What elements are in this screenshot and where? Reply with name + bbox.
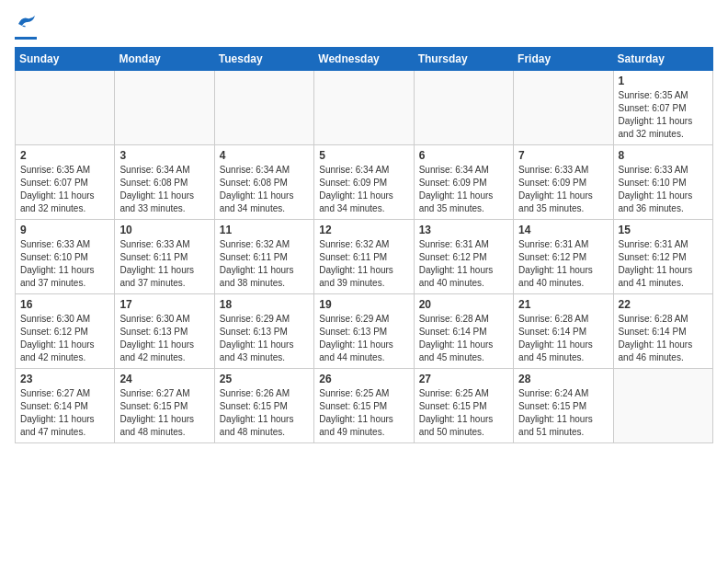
calendar-week-row: 1Sunrise: 6:35 AM Sunset: 6:07 PM Daylig… [16, 71, 713, 145]
calendar-day-cell: 28Sunrise: 6:24 AM Sunset: 6:15 PM Dayli… [514, 369, 613, 443]
weekday-header: Saturday [613, 48, 712, 71]
weekday-header: Tuesday [214, 48, 313, 71]
day-info: Sunrise: 6:35 AM Sunset: 6:07 PM Dayligh… [619, 89, 708, 141]
day-number: 10 [119, 224, 209, 236]
day-number: 14 [518, 224, 608, 236]
calendar-day-cell: 4Sunrise: 6:34 AM Sunset: 6:08 PM Daylig… [214, 145, 313, 220]
day-number: 16 [20, 298, 109, 311]
logo [15, 15, 37, 40]
day-number: 20 [419, 298, 508, 311]
day-number: 17 [119, 298, 209, 311]
day-number: 24 [119, 373, 209, 385]
logo-underline [15, 37, 37, 40]
calendar-header-row: SundayMondayTuesdayWednesdayThursdayFrid… [16, 48, 713, 71]
calendar-day-cell: 11Sunrise: 6:32 AM Sunset: 6:11 PM Dayli… [214, 220, 313, 294]
calendar-day-cell: 20Sunrise: 6:28 AM Sunset: 6:14 PM Dayli… [414, 294, 513, 369]
day-number: 26 [319, 373, 408, 385]
day-number: 11 [220, 224, 309, 236]
bird-icon [17, 15, 37, 31]
day-info: Sunrise: 6:34 AM Sunset: 6:08 PM Dayligh… [220, 164, 309, 215]
day-number: 7 [518, 149, 608, 162]
day-info: Sunrise: 6:31 AM Sunset: 6:12 PM Dayligh… [619, 238, 708, 290]
day-info: Sunrise: 6:31 AM Sunset: 6:12 PM Dayligh… [518, 238, 608, 290]
calendar-day-cell [613, 369, 712, 443]
day-number: 9 [20, 224, 109, 236]
day-info: Sunrise: 6:27 AM Sunset: 6:15 PM Dayligh… [119, 387, 209, 439]
day-number: 22 [619, 298, 708, 311]
calendar-day-cell: 15Sunrise: 6:31 AM Sunset: 6:12 PM Dayli… [613, 220, 712, 294]
day-number: 21 [518, 298, 608, 311]
calendar-day-cell: 27Sunrise: 6:25 AM Sunset: 6:15 PM Dayli… [414, 369, 513, 443]
calendar-day-cell: 7Sunrise: 6:33 AM Sunset: 6:09 PM Daylig… [514, 145, 613, 220]
day-info: Sunrise: 6:34 AM Sunset: 6:08 PM Dayligh… [119, 164, 209, 215]
calendar-day-cell: 21Sunrise: 6:28 AM Sunset: 6:14 PM Dayli… [514, 294, 613, 369]
calendar-day-cell: 10Sunrise: 6:33 AM Sunset: 6:11 PM Dayli… [115, 220, 214, 294]
day-info: Sunrise: 6:30 AM Sunset: 6:13 PM Dayligh… [119, 313, 209, 364]
day-info: Sunrise: 6:32 AM Sunset: 6:11 PM Dayligh… [220, 238, 309, 290]
weekday-header: Friday [514, 48, 613, 71]
calendar-day-cell: 24Sunrise: 6:27 AM Sunset: 6:15 PM Dayli… [115, 369, 214, 443]
day-number: 15 [619, 224, 708, 236]
calendar-day-cell [314, 71, 414, 145]
day-info: Sunrise: 6:33 AM Sunset: 6:09 PM Dayligh… [518, 164, 608, 215]
day-info: Sunrise: 6:25 AM Sunset: 6:15 PM Dayligh… [419, 387, 508, 439]
day-info: Sunrise: 6:28 AM Sunset: 6:14 PM Dayligh… [419, 313, 508, 364]
calendar-day-cell: 8Sunrise: 6:33 AM Sunset: 6:10 PM Daylig… [613, 145, 712, 220]
calendar-day-cell: 17Sunrise: 6:30 AM Sunset: 6:13 PM Dayli… [115, 294, 214, 369]
calendar-day-cell: 5Sunrise: 6:34 AM Sunset: 6:09 PM Daylig… [314, 145, 414, 220]
day-info: Sunrise: 6:33 AM Sunset: 6:10 PM Dayligh… [619, 164, 708, 215]
calendar-day-cell [414, 71, 513, 145]
page-header [15, 15, 713, 40]
weekday-header: Wednesday [314, 48, 414, 71]
day-info: Sunrise: 6:29 AM Sunset: 6:13 PM Dayligh… [220, 313, 309, 364]
calendar-day-cell: 13Sunrise: 6:31 AM Sunset: 6:12 PM Dayli… [414, 220, 513, 294]
calendar-day-cell: 2Sunrise: 6:35 AM Sunset: 6:07 PM Daylig… [16, 145, 115, 220]
day-info: Sunrise: 6:32 AM Sunset: 6:11 PM Dayligh… [319, 238, 408, 290]
day-info: Sunrise: 6:33 AM Sunset: 6:11 PM Dayligh… [119, 238, 209, 290]
day-number: 6 [419, 149, 508, 162]
calendar-week-row: 16Sunrise: 6:30 AM Sunset: 6:12 PM Dayli… [16, 294, 713, 369]
calendar-day-cell: 18Sunrise: 6:29 AM Sunset: 6:13 PM Dayli… [214, 294, 313, 369]
day-number: 25 [220, 373, 309, 385]
day-number: 19 [319, 298, 408, 311]
calendar-week-row: 2Sunrise: 6:35 AM Sunset: 6:07 PM Daylig… [16, 145, 713, 220]
day-number: 8 [619, 149, 708, 162]
calendar-day-cell: 19Sunrise: 6:29 AM Sunset: 6:13 PM Dayli… [314, 294, 414, 369]
day-info: Sunrise: 6:34 AM Sunset: 6:09 PM Dayligh… [419, 164, 508, 215]
calendar-table: SundayMondayTuesdayWednesdayThursdayFrid… [15, 47, 713, 443]
day-info: Sunrise: 6:28 AM Sunset: 6:14 PM Dayligh… [518, 313, 608, 364]
calendar-day-cell: 16Sunrise: 6:30 AM Sunset: 6:12 PM Dayli… [16, 294, 115, 369]
day-number: 5 [319, 149, 408, 162]
day-number: 27 [419, 373, 508, 385]
calendar-day-cell [16, 71, 115, 145]
calendar-day-cell: 22Sunrise: 6:28 AM Sunset: 6:14 PM Dayli… [613, 294, 712, 369]
calendar-day-cell [514, 71, 613, 145]
day-number: 18 [220, 298, 309, 311]
calendar-day-cell: 1Sunrise: 6:35 AM Sunset: 6:07 PM Daylig… [613, 71, 712, 145]
weekday-header: Sunday [16, 48, 115, 71]
weekday-header: Thursday [414, 48, 513, 71]
day-info: Sunrise: 6:31 AM Sunset: 6:12 PM Dayligh… [419, 238, 508, 290]
day-info: Sunrise: 6:30 AM Sunset: 6:12 PM Dayligh… [20, 313, 109, 364]
calendar-day-cell: 12Sunrise: 6:32 AM Sunset: 6:11 PM Dayli… [314, 220, 414, 294]
day-number: 2 [20, 149, 109, 162]
calendar-day-cell: 9Sunrise: 6:33 AM Sunset: 6:10 PM Daylig… [16, 220, 115, 294]
day-number: 3 [119, 149, 209, 162]
day-info: Sunrise: 6:25 AM Sunset: 6:15 PM Dayligh… [319, 387, 408, 439]
day-info: Sunrise: 6:26 AM Sunset: 6:15 PM Dayligh… [220, 387, 309, 439]
calendar-day-cell [214, 71, 313, 145]
day-number: 13 [419, 224, 508, 236]
day-number: 1 [619, 75, 708, 87]
calendar-day-cell: 23Sunrise: 6:27 AM Sunset: 6:14 PM Dayli… [16, 369, 115, 443]
day-info: Sunrise: 6:29 AM Sunset: 6:13 PM Dayligh… [319, 313, 408, 364]
calendar-week-row: 23Sunrise: 6:27 AM Sunset: 6:14 PM Dayli… [16, 369, 713, 443]
calendar-week-row: 9Sunrise: 6:33 AM Sunset: 6:10 PM Daylig… [16, 220, 713, 294]
day-number: 4 [220, 149, 309, 162]
day-number: 12 [319, 224, 408, 236]
day-number: 28 [518, 373, 608, 385]
weekday-header: Monday [115, 48, 214, 71]
calendar-day-cell: 14Sunrise: 6:31 AM Sunset: 6:12 PM Dayli… [514, 220, 613, 294]
day-info: Sunrise: 6:27 AM Sunset: 6:14 PM Dayligh… [20, 387, 109, 439]
day-info: Sunrise: 6:24 AM Sunset: 6:15 PM Dayligh… [518, 387, 608, 439]
calendar-day-cell: 6Sunrise: 6:34 AM Sunset: 6:09 PM Daylig… [414, 145, 513, 220]
